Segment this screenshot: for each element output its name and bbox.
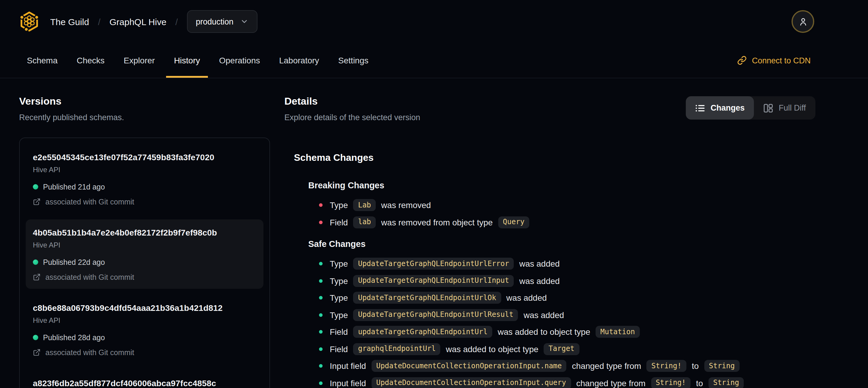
change-text: to	[692, 361, 699, 371]
change-text: was added to object type	[446, 345, 538, 354]
change-row: Input fieldUpdateDocumentCollectionOpera…	[319, 360, 815, 372]
code-badge: String	[704, 360, 740, 372]
code-badge: UpdateTargetGraphQLEndpointUrlOk	[353, 292, 501, 304]
nav-tabs: SchemaChecksExplorerHistoryOperationsLab…	[19, 43, 376, 78]
change-text: to	[696, 379, 703, 388]
bullet-dot	[319, 364, 322, 368]
hive-logo-icon[interactable]	[19, 11, 39, 32]
change-row: TypeUpdateTargetGraphQLEndpointUrlOkwas …	[319, 292, 815, 304]
version-hash: e2e55045345ce13fe07f52a77459b83fa3fe7020	[33, 152, 256, 162]
bullet-dot	[319, 204, 322, 207]
target-select[interactable]: production	[187, 10, 257, 33]
change-text: was added	[506, 293, 547, 303]
breadcrumb-separator: /	[98, 17, 100, 27]
version-list-card: e2e55045345ce13fe07f52a77459b83fa3fe7020…	[19, 137, 270, 388]
changes-view-button[interactable]: Changes	[686, 96, 754, 120]
code-badge: String	[709, 377, 744, 388]
schema-changes-title: Schema Changes	[294, 152, 815, 163]
bullet-dot	[319, 220, 322, 224]
version-git-row[interactable]: associated with Git commit	[33, 198, 256, 206]
version-list: e2e55045345ce13fe07f52a77459b83fa3fe7020…	[26, 144, 264, 388]
bullet-dot	[319, 296, 322, 300]
version-service-name: Hive API	[33, 165, 256, 174]
change-row: TypeUpdateTargetGraphQLEndpointUrlInputw…	[319, 274, 815, 287]
nav-tab-explorer[interactable]: Explorer	[116, 43, 162, 78]
code-badge: graphqlEndpointUrl	[353, 343, 441, 355]
change-text: Type	[330, 293, 348, 303]
safe-changes-heading: Safe Changes	[308, 239, 815, 248]
bullet-dot	[319, 262, 322, 266]
change-text: was removed from object type	[381, 218, 493, 227]
link-icon	[737, 56, 746, 65]
nav-tab-laboratory[interactable]: Laboratory	[271, 43, 327, 78]
change-text: was removed	[381, 201, 431, 210]
schema-changes-section: Schema Changes Breaking Changes TypeLabw…	[284, 152, 815, 388]
change-text: Field	[330, 327, 348, 337]
code-badge: String!	[647, 360, 686, 372]
breadcrumb-separator: /	[175, 17, 178, 27]
change-row: TypeUpdateTargetGraphQLEndpointUrlErrorw…	[319, 257, 815, 270]
connect-to-cdn-label: Connect to CDN	[752, 56, 811, 65]
change-text: was added	[519, 259, 559, 269]
versions-panel: Versions Recently published schemas. e2e…	[19, 96, 270, 388]
nav-tab-checks[interactable]: Checks	[69, 43, 112, 78]
change-text: Field	[330, 218, 348, 227]
nav-tab-settings[interactable]: Settings	[330, 43, 376, 78]
full-diff-view-button[interactable]: Full Diff	[754, 96, 815, 120]
bullet-dot	[319, 279, 322, 283]
code-badge: Target	[544, 343, 580, 355]
list-icon	[696, 103, 705, 113]
change-text: Type	[330, 310, 348, 320]
version-list-item[interactable]: 4b05ab51b1b4a7e2e4b0ef82172f2b9f7ef98c0b…	[26, 219, 264, 289]
change-text: changed type from	[576, 379, 646, 388]
change-row: TypeUpdateTargetGraphQLEndpointUrlResult…	[319, 308, 815, 321]
breaking-changes-heading: Breaking Changes	[308, 180, 815, 190]
split-columns-icon	[764, 103, 773, 113]
version-git-row[interactable]: associated with Git commit	[33, 348, 256, 357]
breadcrumb-org[interactable]: The Guild	[50, 17, 89, 27]
code-badge: UpdateDocumentCollectionOperationInput.q…	[371, 377, 571, 388]
version-service-name: Hive API	[33, 241, 256, 249]
details-title: Details	[284, 96, 420, 107]
version-git-row[interactable]: associated with Git commit	[33, 273, 256, 281]
app-root: The Guild / GraphQL Hive / production Sc…	[0, 0, 868, 388]
version-service-name: Hive API	[33, 316, 256, 324]
bullet-dot	[319, 381, 322, 385]
version-git-label: associated with Git commit	[45, 273, 134, 281]
version-published-row: Published 22d ago	[33, 258, 256, 266]
user-avatar-button[interactable]	[792, 10, 814, 33]
change-text: Type	[330, 201, 348, 210]
bullet-dot	[319, 330, 322, 334]
external-link-icon	[33, 349, 41, 356]
nav-tab-schema[interactable]: Schema	[19, 43, 65, 78]
change-text: Input field	[330, 361, 366, 371]
version-published-row: Published 21d ago	[33, 183, 256, 191]
changes-view-label: Changes	[711, 103, 745, 112]
code-badge: Lab	[353, 199, 376, 211]
version-published-label: Published 21d ago	[43, 183, 105, 191]
view-toggle-group: Changes Full Diff	[686, 96, 815, 120]
breadcrumb: The Guild / GraphQL Hive /	[50, 17, 178, 27]
breadcrumb-project[interactable]: GraphQL Hive	[109, 17, 166, 27]
change-text: changed type from	[572, 361, 641, 371]
nav-tab-operations[interactable]: Operations	[212, 43, 268, 78]
external-link-icon	[33, 273, 41, 281]
versions-subtitle: Recently published schemas.	[19, 113, 270, 122]
app-header: The Guild / GraphQL Hive / production	[0, 0, 868, 43]
change-text: Type	[330, 276, 348, 286]
version-hash: 4b05ab51b1b4a7e2e4b0ef82172f2b9f7ef98c0b	[33, 228, 256, 237]
nav-tab-history[interactable]: History	[166, 43, 208, 78]
version-list-item[interactable]: e2e55045345ce13fe07f52a77459b83fa3fe7020…	[26, 144, 264, 213]
version-published-label: Published 28d ago	[43, 333, 105, 342]
code-badge: String!	[651, 377, 690, 388]
details-subtitle: Explore details of the selected version	[284, 113, 420, 122]
code-badge: UpdateTargetGraphQLEndpointUrlResult	[353, 309, 518, 321]
nav-tabbar: SchemaChecksExplorerHistoryOperationsLab…	[0, 43, 868, 78]
version-published-label: Published 22d ago	[43, 258, 105, 266]
connect-to-cdn-button[interactable]: Connect to CDN	[737, 43, 811, 78]
change-row: FieldgraphqlEndpointUrlwas added to obje…	[319, 342, 815, 355]
target-select-value: production	[196, 17, 233, 26]
version-list-item[interactable]: c8b6e88a06793b9c4dfd54aaa21b36a1b421d812…	[26, 294, 264, 364]
version-list-item[interactable]: a823f6db2a55df877dcf406006abca97fcc4858c…	[26, 370, 264, 388]
details-panel: Details Explore details of the selected …	[270, 96, 868, 388]
